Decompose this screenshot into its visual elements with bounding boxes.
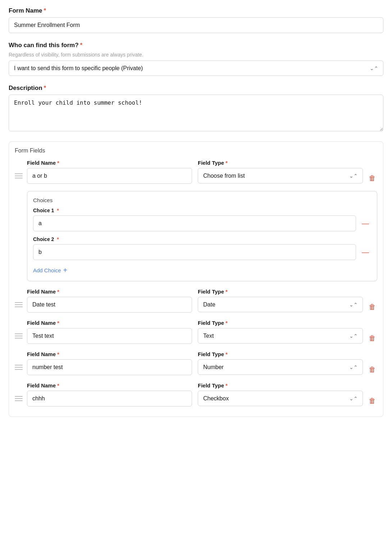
description-label: Description* <box>9 85 383 92</box>
choice-row-1-1: Choice 1 * — <box>33 208 371 231</box>
field-type-select-wrapper-2: Date Text Number Choose from list Checkb… <box>198 297 363 312</box>
field-name-input-3[interactable] <box>27 328 192 344</box>
field-type-select-2[interactable]: Date Text Number Choose from list Checkb… <box>198 297 363 312</box>
field-row-2: Field Name* Field Type* Date Text Number… <box>15 288 377 313</box>
field-name-col-5: Field Name* <box>27 382 192 406</box>
field-name-input-1[interactable] <box>27 168 192 184</box>
field-type-label-4: Field Type* <box>198 351 363 357</box>
field-type-label-3: Field Type* <box>198 320 363 326</box>
choice-label-1-1: Choice 1 * <box>33 208 356 213</box>
trash-icon-3: 🗑 <box>369 334 376 342</box>
field-type-select-4[interactable]: Number Text Date Choose from list Checkb… <box>198 359 363 375</box>
field-type-col-1: Field Type* Choose from list Text Number… <box>198 160 363 184</box>
trash-icon-2: 🗑 <box>369 303 376 311</box>
description-section: Description* Enroll your child into summ… <box>9 85 383 133</box>
field-type-col-2: Field Type* Date Text Number Choose from… <box>198 288 363 313</box>
field-type-select-wrapper-1: Choose from list Text Number Date Checkb… <box>198 168 363 183</box>
trash-icon-4: 🗑 <box>369 365 376 373</box>
choice-input-1-1[interactable] <box>33 215 356 231</box>
field-type-select-3[interactable]: Text Number Date Choose from list Checkb… <box>198 328 363 344</box>
visibility-section: Who can find this form?* Regardless of v… <box>9 42 383 76</box>
field-name-input-2[interactable] <box>27 297 192 313</box>
field-name-col-4: Field Name* <box>27 351 192 375</box>
field-row-4: Field Name* Field Type* Number Text Date… <box>15 351 377 375</box>
field-inputs-3: Field Name* Field Type* Text Number Date… <box>27 320 363 344</box>
field-group-3: Field Name* Field Type* Text Number Date… <box>15 320 377 344</box>
delete-field-button-3[interactable]: 🗑 <box>367 333 377 344</box>
visibility-hint: Regardless of visibility, form submissio… <box>9 52 383 58</box>
remove-choice-button-1-1[interactable]: — <box>360 218 371 228</box>
field-name-label-2: Field Name* <box>27 288 192 295</box>
field-type-col-3: Field Type* Text Number Date Choose from… <box>198 320 363 344</box>
field-name-label-1: Field Name* <box>27 160 192 166</box>
field-name-col-2: Field Name* <box>27 288 192 313</box>
delete-field-button-2[interactable]: 🗑 <box>367 301 377 313</box>
visibility-required: * <box>80 42 83 49</box>
field-group-2: Field Name* Field Type* Date Text Number… <box>15 288 377 313</box>
add-choice-label-1: Add Choice <box>33 267 61 273</box>
remove-choice-button-1-2[interactable]: — <box>360 247 371 257</box>
field-name-col-1: Field Name* <box>27 160 192 184</box>
field-name-label-5: Field Name* <box>27 382 192 388</box>
field-name-input-4[interactable] <box>27 359 192 375</box>
field-type-col-4: Field Type* Number Text Date Choose from… <box>198 351 363 375</box>
choice-inner-1-1: Choice 1 * <box>33 208 356 231</box>
form-fields-title: Form Fields <box>15 147 377 154</box>
field-name-label-3: Field Name* <box>27 320 192 326</box>
field-type-select-5[interactable]: Checkbox Text Number Date Choose from li… <box>198 391 363 406</box>
field-row-3: Field Name* Field Type* Text Number Date… <box>15 320 377 344</box>
field-group-4: Field Name* Field Type* Number Text Date… <box>15 351 377 375</box>
visibility-select[interactable]: I want to send this form to specific peo… <box>9 60 383 76</box>
form-name-required: * <box>44 7 46 14</box>
trash-icon-1: 🗑 <box>369 174 376 182</box>
add-choice-plus-icon-1: + <box>63 267 68 274</box>
drag-handle-1[interactable] <box>15 173 23 178</box>
field-row-1: Field Name* Field Type* Choose from list… <box>15 160 377 184</box>
form-name-label: Form Name* <box>9 7 383 14</box>
field-group-5: Field Name* Field Type* Checkbox Text Nu… <box>15 382 377 406</box>
field-type-label-1: Field Type* <box>198 160 363 166</box>
field-type-label-5: Field Type* <box>198 382 363 388</box>
description-required: * <box>44 85 46 91</box>
add-choice-button-1[interactable]: Add Choice + <box>33 265 67 275</box>
drag-handle-5[interactable] <box>15 396 23 401</box>
field-name-input-5[interactable] <box>27 391 192 406</box>
drag-handle-4[interactable] <box>15 365 23 370</box>
choice-input-1-2[interactable] <box>33 244 356 260</box>
delete-field-button-5[interactable]: 🗑 <box>367 395 377 406</box>
choices-title-1: Choices <box>33 197 371 203</box>
field-group-1: Field Name* Field Type* Choose from list… <box>15 160 377 281</box>
choice-label-1-2: Choice 2 * <box>33 236 356 242</box>
visibility-label: Who can find this form?* <box>9 42 383 49</box>
field-name-label-4: Field Name* <box>27 351 192 357</box>
trash-icon-5: 🗑 <box>369 397 376 405</box>
choice-row-1-2: Choice 2 * — <box>33 236 371 260</box>
field-inputs-1: Field Name* Field Type* Choose from list… <box>27 160 363 184</box>
drag-handle-2[interactable] <box>15 302 23 307</box>
choice-inner-1-2: Choice 2 * <box>33 236 356 260</box>
choices-container-1: Choices Choice 1 * — Choice 2 * — Add C <box>27 191 377 281</box>
description-input[interactable]: Enroll your child into summer school! <box>9 95 383 131</box>
field-type-select-wrapper-5: Checkbox Text Number Date Choose from li… <box>198 391 363 406</box>
visibility-select-wrapper: I want to send this form to specific peo… <box>9 60 383 76</box>
field-type-select-wrapper-3: Text Number Date Choose from list Checkb… <box>198 328 363 344</box>
form-name-section: Form Name* <box>9 7 383 33</box>
field-inputs-4: Field Name* Field Type* Number Text Date… <box>27 351 363 375</box>
form-name-input[interactable] <box>9 17 383 33</box>
field-inputs-5: Field Name* Field Type* Checkbox Text Nu… <box>27 382 363 406</box>
field-type-select-1[interactable]: Choose from list Text Number Date Checkb… <box>198 168 363 183</box>
delete-field-button-1[interactable]: 🗑 <box>367 173 377 184</box>
field-inputs-2: Field Name* Field Type* Date Text Number… <box>27 288 363 313</box>
field-type-select-wrapper-4: Number Text Date Choose from list Checkb… <box>198 359 363 375</box>
field-name-col-3: Field Name* <box>27 320 192 344</box>
drag-handle-3[interactable] <box>15 333 23 338</box>
field-row-5: Field Name* Field Type* Checkbox Text Nu… <box>15 382 377 406</box>
form-fields-container: Form Fields Field Name* Field Type* <box>9 141 383 417</box>
field-type-label-2: Field Type* <box>198 288 363 295</box>
field-type-col-5: Field Type* Checkbox Text Number Date Ch… <box>198 382 363 406</box>
delete-field-button-4[interactable]: 🗑 <box>367 364 377 375</box>
